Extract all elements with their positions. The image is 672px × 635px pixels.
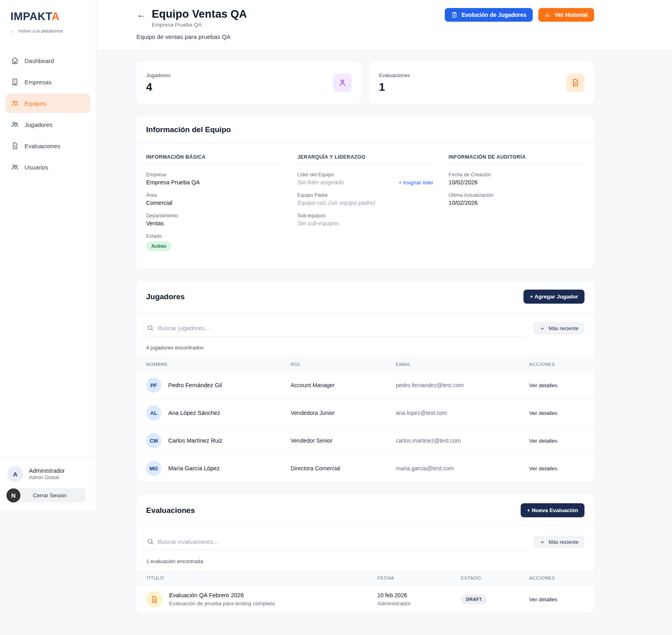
team-info-title: Información del Equipo bbox=[146, 125, 231, 134]
sidebar-item-equipos[interactable]: Equipos bbox=[6, 94, 90, 113]
avatar: CM bbox=[146, 433, 161, 448]
players-title: Jugadores bbox=[146, 292, 185, 301]
evaluations-sort-dropdown[interactable]: Más reciente bbox=[534, 536, 584, 548]
player-email: pedro.fernandez@test.com bbox=[396, 382, 529, 388]
player-name: María García López bbox=[168, 465, 220, 472]
building-icon bbox=[11, 78, 19, 86]
leader-value: Sin líder asignado bbox=[297, 179, 344, 186]
logo-accent: A bbox=[51, 10, 59, 22]
sidebar-item-empresas[interactable]: Empresas bbox=[6, 72, 90, 92]
field-label: Equipo Padre bbox=[297, 192, 434, 198]
player-email: maria.garcia@test.com bbox=[396, 465, 529, 472]
nextjs-dev-badge[interactable]: N bbox=[6, 488, 20, 502]
col-estado: ESTADO bbox=[461, 576, 529, 580]
user-profile: A Administrador Admin Global bbox=[6, 466, 90, 482]
sidebar-item-jugadores[interactable]: Jugadores bbox=[6, 115, 90, 134]
sidebar-item-label: Jugadores bbox=[24, 121, 53, 128]
view-details-link[interactable]: Ver detalles bbox=[529, 438, 558, 444]
col-acciones: ACCIONES bbox=[529, 576, 594, 580]
player-role: Vendedora Junior bbox=[291, 410, 396, 416]
assign-leader-link[interactable]: + Asignar líder bbox=[399, 180, 434, 186]
team-description: Equipo de ventas para pruebas QA bbox=[136, 33, 594, 40]
players-table-header: NOMBRE ROL EMAIL ACCIONES bbox=[136, 357, 594, 372]
players-sort-label: Más reciente bbox=[549, 325, 578, 331]
back-to-platform-label: Volver a la plataforma bbox=[18, 29, 63, 33]
subteams-value: Sin sub-equipos bbox=[297, 220, 434, 227]
field-value: Ventas bbox=[146, 220, 282, 227]
col-email: EMAIL bbox=[396, 362, 529, 367]
stat-label: Evaluaciones bbox=[379, 72, 410, 78]
add-player-button[interactable]: + Agregar Jugador bbox=[523, 290, 584, 304]
evaluations-count: 1 evaluación encontrada bbox=[136, 553, 594, 571]
players-sort-dropdown[interactable]: Más reciente bbox=[534, 322, 584, 335]
document-icon bbox=[146, 591, 162, 607]
stat-value: 1 bbox=[379, 81, 410, 94]
person-icon bbox=[333, 74, 352, 92]
logout-row: Cerrar Sesión N bbox=[6, 488, 90, 503]
field-label: Líder del Equipo bbox=[297, 172, 434, 178]
app-logo: IMPAKTA bbox=[0, 0, 96, 25]
hierarchy-heading: JERARQUÍA Y LIDERAZGO bbox=[297, 154, 434, 165]
basic-info-heading: INFORMACIÓN BÁSICA bbox=[146, 154, 282, 165]
evaluations-table-header: TÍTULO FECHA ESTADO ACCIONES bbox=[136, 571, 594, 585]
page-subtitle: Empresa Prueba QA bbox=[152, 22, 247, 28]
player-role: Account Manager bbox=[291, 382, 396, 388]
col-titulo: TÍTULO bbox=[146, 576, 377, 580]
col-rol: ROL bbox=[291, 362, 396, 367]
avatar: PF bbox=[146, 378, 161, 393]
team-icon bbox=[11, 99, 19, 107]
evolution-button-label: Evolución de Jugadores bbox=[461, 12, 526, 18]
sidebar-item-usuarios[interactable]: Usuarios bbox=[6, 157, 90, 177]
col-nombre: NOMBRE bbox=[146, 362, 291, 367]
col-acciones: ACCIONES bbox=[529, 362, 594, 367]
view-details-link[interactable]: Ver detalles bbox=[529, 382, 558, 388]
evaluations-sort-label: Más reciente bbox=[549, 539, 578, 545]
page-header: ← Equipo Ventas QA Empresa Prueba QA Evo… bbox=[96, 0, 672, 51]
parent-team-value: Equipo raíz (sin equipo padre) bbox=[297, 200, 434, 206]
logo-text: IMPAKT bbox=[10, 10, 51, 22]
view-details-link[interactable]: Ver detalles bbox=[529, 596, 558, 602]
evaluation-subtitle: Evaluación de prueba para testing comple… bbox=[169, 600, 275, 606]
logout-label: Cerrar Sesión bbox=[33, 492, 66, 498]
users-icon bbox=[11, 163, 19, 171]
field-label: Empresa bbox=[146, 172, 282, 178]
back-to-platform-link[interactable]: ← Volver a la plataforma bbox=[0, 25, 96, 33]
players-search bbox=[146, 322, 526, 337]
document-icon bbox=[11, 142, 19, 150]
evaluation-date: 10 feb 2026 bbox=[377, 592, 461, 598]
history-button[interactable]: Ver Historial bbox=[538, 8, 594, 22]
search-icon bbox=[147, 325, 154, 331]
evaluation-author: Administrador bbox=[377, 600, 461, 606]
evolution-button[interactable]: Evolución de Jugadores bbox=[445, 8, 533, 22]
sidebar-item-evaluaciones[interactable]: Evaluaciones bbox=[6, 136, 90, 155]
bar-chart-icon bbox=[545, 12, 551, 18]
page-title: Equipo Ventas QA bbox=[152, 8, 247, 20]
evaluation-title: Evaluación QA Febrero 2026 bbox=[169, 592, 275, 598]
search-icon bbox=[147, 538, 154, 545]
status-badge: DRAFT bbox=[461, 594, 487, 604]
evaluations-search bbox=[146, 536, 526, 550]
players-count: 4 jugadores encontrados bbox=[136, 340, 594, 357]
document-icon bbox=[566, 74, 584, 92]
audit-column: INFORMACIÓN DE AUDITORÍA Fecha de Creaci… bbox=[448, 154, 584, 258]
back-arrow-button[interactable]: ← bbox=[136, 9, 146, 28]
sidebar-item-label: Usuarios bbox=[24, 164, 48, 171]
evaluations-card: Evaluaciones + Nueva Evaluación Más reci… bbox=[136, 495, 594, 613]
field-label: Fecha de Creación bbox=[448, 172, 584, 178]
evaluations-search-input[interactable] bbox=[158, 538, 525, 545]
field-label: Área bbox=[146, 192, 282, 198]
main-area: ← Equipo Ventas QA Empresa Prueba QA Evo… bbox=[96, 0, 672, 635]
sidebar: IMPAKTA ← Volver a la plataforma Dashboa… bbox=[0, 0, 96, 510]
field-label: Departamento bbox=[146, 213, 282, 218]
stat-cards: Jugadores 4 Evaluaciones 1 bbox=[136, 61, 594, 104]
players-table-body: PF Pedro Fernández Gil Account Manager p… bbox=[136, 372, 594, 482]
new-evaluation-button[interactable]: + Nueva Evaluación bbox=[521, 503, 584, 517]
view-details-link[interactable]: Ver detalles bbox=[529, 466, 558, 472]
sidebar-item-dashboard[interactable]: Dashboard bbox=[6, 51, 90, 70]
basic-info-column: INFORMACIÓN BÁSICA Empresa Empresa Prueb… bbox=[146, 154, 282, 258]
sidebar-nav: Dashboard Empresas Equipos Jugadores Eva… bbox=[0, 51, 96, 177]
players-search-input[interactable] bbox=[158, 325, 525, 331]
home-icon bbox=[11, 57, 19, 65]
view-details-link[interactable]: Ver detalles bbox=[529, 410, 558, 416]
player-name: Carlos Martínez Ruiz bbox=[168, 437, 222, 444]
